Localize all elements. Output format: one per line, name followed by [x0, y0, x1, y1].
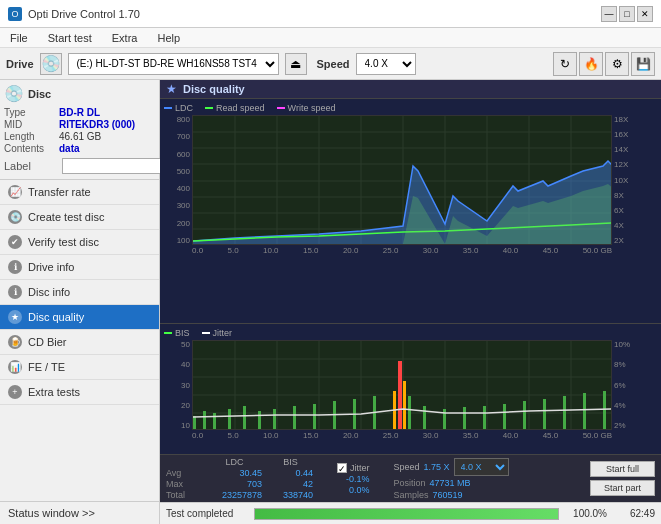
- y-axis-bot-50: 50: [164, 340, 190, 349]
- svg-rect-44: [398, 361, 402, 430]
- y-axis-top-400: 400: [164, 184, 190, 193]
- top-chart: LDC Read speed Write speed 800 700: [160, 99, 661, 324]
- stats-max-row: Max 703 42: [166, 479, 313, 489]
- menu-help[interactable]: Help: [151, 31, 186, 45]
- jitter-label: Jitter: [350, 463, 370, 473]
- y-axis-top-800: 800: [164, 115, 190, 124]
- verify-test-icon: ✔: [8, 235, 22, 249]
- speed-inline-select[interactable]: 4.0 X: [454, 458, 509, 476]
- progress-bar: [254, 508, 559, 520]
- status-window-label: Status window >>: [8, 507, 95, 519]
- legend-read-speed: Read speed: [205, 103, 265, 113]
- svg-rect-47: [423, 406, 426, 430]
- y-axis-right-10pct: 10%: [614, 340, 640, 349]
- x-top-45: 45.0: [543, 246, 559, 255]
- top-chart-legend: LDC Read speed Write speed: [164, 103, 657, 113]
- legend-jitter: Jitter: [202, 328, 233, 338]
- stats-total-bis: 338740: [268, 490, 313, 500]
- save-button[interactable]: 💾: [631, 52, 655, 76]
- sidebar-item-extra-tests[interactable]: + Extra tests: [0, 380, 159, 405]
- action-buttons: Start full Start part: [590, 461, 655, 496]
- y-axis-top-600: 600: [164, 150, 190, 159]
- minimize-button[interactable]: —: [601, 6, 617, 22]
- y-axis-bot-10: 10: [164, 421, 190, 430]
- svg-rect-51: [503, 404, 506, 430]
- titlebar-controls: — □ ✕: [601, 6, 653, 22]
- sidebar-item-verify-label: Verify test disc: [28, 236, 99, 248]
- menu-file[interactable]: File: [4, 31, 34, 45]
- stats-total-label: Total: [166, 490, 201, 500]
- svg-rect-36: [258, 411, 261, 430]
- svg-rect-34: [228, 409, 231, 430]
- main-area: 💿 Disc Type BD-R DL MID RITEKDR3 (000) L…: [0, 80, 661, 524]
- position-label: Position: [394, 478, 426, 488]
- sidebar-item-create-test-disc[interactable]: 💿 Create test disc: [0, 205, 159, 230]
- y-axis-bot-30: 30: [164, 381, 190, 390]
- speed-position-section: Speed 1.75 X 4.0 X Position 47731 MB Sam…: [394, 458, 509, 500]
- y-axis-right-4pct: 4%: [614, 401, 640, 410]
- sidebar-nav: 📈 Transfer rate 💿 Create test disc ✔ Ver…: [0, 180, 159, 501]
- eject-button[interactable]: ⏏: [285, 53, 307, 75]
- maximize-button[interactable]: □: [619, 6, 635, 22]
- stats-header-row: LDC BIS: [166, 457, 313, 467]
- disc-quality-icon: ★: [8, 310, 22, 324]
- samples-value: 760519: [433, 490, 463, 500]
- disc-length-row: Length 46.61 GB: [4, 131, 155, 142]
- jitter-checkbox[interactable]: ✓: [337, 463, 347, 473]
- legend-ldc-label: LDC: [175, 103, 193, 113]
- svg-rect-54: [563, 396, 566, 430]
- x-bot-35: 35.0: [463, 431, 479, 440]
- sidebar-item-disc-info[interactable]: ℹ Disc info: [0, 280, 159, 305]
- settings-button[interactable]: ⚙: [605, 52, 629, 76]
- create-test-icon: 💿: [8, 210, 22, 224]
- drivebar: Drive 💿 (E:) HL-DT-ST BD-RE WH16NS58 TST…: [0, 48, 661, 80]
- legend-read-speed-dot: [205, 107, 213, 109]
- x-bot-10: 10.0: [263, 431, 279, 440]
- disc-contents-value: data: [59, 143, 80, 154]
- stats-table: LDC BIS Avg 30.45 0.44 Max 703 42 Tota: [166, 457, 313, 500]
- sidebar: 💿 Disc Type BD-R DL MID RITEKDR3 (000) L…: [0, 80, 160, 524]
- menubar: File Start test Extra Help: [0, 28, 661, 48]
- y-axis-right-10x: 10X: [614, 176, 640, 185]
- y-axis-top-100: 100: [164, 236, 190, 245]
- sidebar-item-cd-bier[interactable]: 🍺 CD Bier: [0, 330, 159, 355]
- close-button[interactable]: ✕: [637, 6, 653, 22]
- y-axis-right-14x: 14X: [614, 145, 640, 154]
- y-axis-top-500: 500: [164, 167, 190, 176]
- fe-te-icon: 📊: [8, 360, 22, 374]
- speed-stat-label: Speed: [394, 462, 420, 472]
- x-bot-30: 30.0: [423, 431, 439, 440]
- disc-label-label: Label: [4, 160, 59, 172]
- burn-button[interactable]: 🔥: [579, 52, 603, 76]
- speed-select[interactable]: 4.0 X: [356, 53, 416, 75]
- stats-empty-header: [166, 457, 201, 467]
- sidebar-item-drive-info[interactable]: ℹ Drive info: [0, 255, 159, 280]
- status-window-button[interactable]: Status window >>: [0, 502, 159, 524]
- sidebar-item-verify-test-disc[interactable]: ✔ Verify test disc: [0, 230, 159, 255]
- start-full-button[interactable]: Start full: [590, 461, 655, 477]
- svg-rect-55: [583, 393, 586, 430]
- y-axis-right-4x: 4X: [614, 221, 640, 230]
- legend-write-speed-label: Write speed: [288, 103, 336, 113]
- sidebar-item-disc-quality-label: Disc quality: [28, 311, 84, 323]
- y-axis-bot-40: 40: [164, 360, 190, 369]
- svg-rect-35: [243, 406, 246, 430]
- sidebar-item-disc-quality[interactable]: ★ Disc quality: [0, 305, 159, 330]
- menu-extra[interactable]: Extra: [106, 31, 144, 45]
- x-bot-15: 15.0: [303, 431, 319, 440]
- x-top-40: 40.0: [503, 246, 519, 255]
- bottom-chart-svg: [192, 340, 612, 430]
- refresh-button[interactable]: ↻: [553, 52, 577, 76]
- disc-type-value: BD-R DL: [59, 107, 100, 118]
- position-value: 47731 MB: [430, 478, 471, 488]
- x-top-50: 50.0 GB: [583, 246, 612, 255]
- stats-max-label: Max: [166, 479, 201, 489]
- panel-title: Disc quality: [183, 83, 245, 95]
- sidebar-item-fe-te[interactable]: 📊 FE / TE: [0, 355, 159, 380]
- sidebar-item-transfer-rate[interactable]: 📈 Transfer rate: [0, 180, 159, 205]
- start-part-button[interactable]: Start part: [590, 480, 655, 496]
- menu-start-test[interactable]: Start test: [42, 31, 98, 45]
- svg-rect-37: [273, 409, 276, 430]
- app-icon: O: [8, 7, 22, 21]
- drive-select[interactable]: (E:) HL-DT-ST BD-RE WH16NS58 TST4: [68, 53, 279, 75]
